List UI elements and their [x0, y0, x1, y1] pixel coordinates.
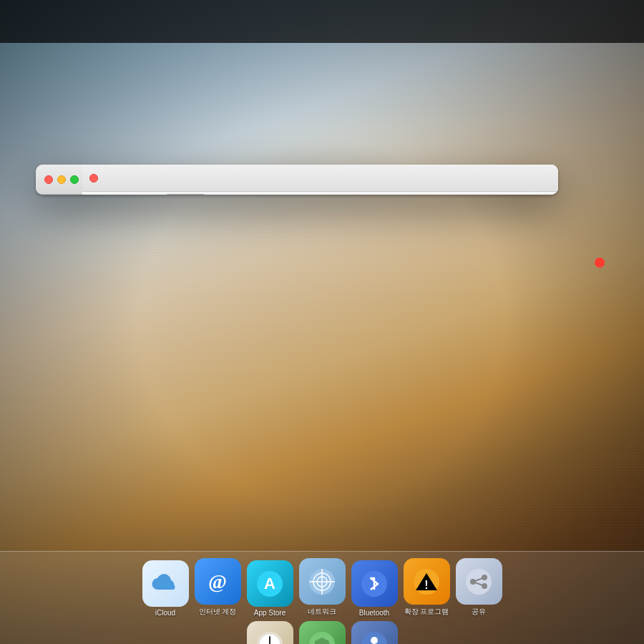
dock-item-icloud[interactable]: iCloud — [142, 560, 189, 617]
top-bar — [0, 0, 644, 43]
dock-item-network[interactable]: 네트워크 — [299, 558, 346, 617]
dock-item-person[interactable] — [351, 621, 398, 644]
dock-item-mail[interactable]: @ 인터넷 계정 — [195, 558, 241, 617]
dock-icon-network — [299, 558, 346, 605]
dock-icon-share — [456, 558, 502, 605]
traffic-lights — [44, 175, 79, 184]
dock-row-2 — [240, 620, 405, 644]
dock-item-maps[interactable] — [299, 621, 346, 644]
dock-label-network: 네트워크 — [308, 607, 336, 617]
dock-item-accessibility[interactable]: ! 확장 프로그램 — [404, 558, 450, 617]
dock-label-bluetooth: Bluetooth — [359, 609, 389, 617]
dock-icon-maps — [299, 621, 346, 644]
dock-icon-accessibility: ! — [404, 558, 450, 605]
about-titlebar — [82, 165, 558, 192]
dock-item-share[interactable]: 공유 — [456, 558, 502, 617]
dock-label-mail: 인터넷 계정 — [199, 607, 237, 617]
dock-label-icloud: iCloud — [155, 609, 175, 617]
system-preferences-window: ‹ › 시스템 환경설정 🔍 검색 — [36, 165, 558, 195]
svg-text:!: ! — [424, 579, 428, 591]
dock-label-accessibility: 확장 프로그램 — [404, 607, 449, 617]
dock-item-bluetooth[interactable]: Bluetooth — [351, 560, 398, 617]
dock-icon-bluetooth — [351, 560, 398, 607]
scan-overlay — [0, 0, 644, 644]
dock-item-appstore[interactable]: A App Store — [247, 560, 293, 617]
notification-badge — [595, 258, 605, 268]
dock-row-1: iCloud @ 인터넷 계정 A App Store — [135, 555, 509, 620]
svg-point-28 — [371, 637, 378, 644]
minimize-button[interactable] — [57, 175, 66, 184]
close-button[interactable] — [44, 175, 53, 184]
dock-icon-appstore: A — [247, 560, 293, 607]
dock-icon-person — [351, 621, 398, 644]
maximize-button[interactable] — [70, 175, 79, 184]
dock-label-share: 공유 — [472, 607, 486, 617]
dock-label-appstore: App Store — [254, 609, 286, 617]
svg-text:A: A — [264, 575, 275, 592]
dock-icon-clock — [247, 621, 293, 644]
dock: iCloud @ 인터넷 계정 A App Store — [0, 551, 644, 644]
about-close-button[interactable] — [89, 174, 98, 182]
about-mac-window: 개요 디스플레이 저장 공간 메모리 지원 서비스 — [82, 165, 558, 195]
dock-icon-icloud — [142, 560, 189, 607]
tabs-bar: 개요 디스플레이 저장 공간 메모리 지원 서비스 — [82, 192, 558, 195]
tab-overview[interactable]: 개요 — [165, 194, 206, 195]
desktop: ‹ › 시스템 환경설정 🔍 검색 — [0, 0, 644, 644]
dock-item-clock[interactable] — [247, 621, 293, 644]
svg-point-16 — [466, 569, 492, 595]
dock-icon-mail: @ — [195, 558, 241, 605]
